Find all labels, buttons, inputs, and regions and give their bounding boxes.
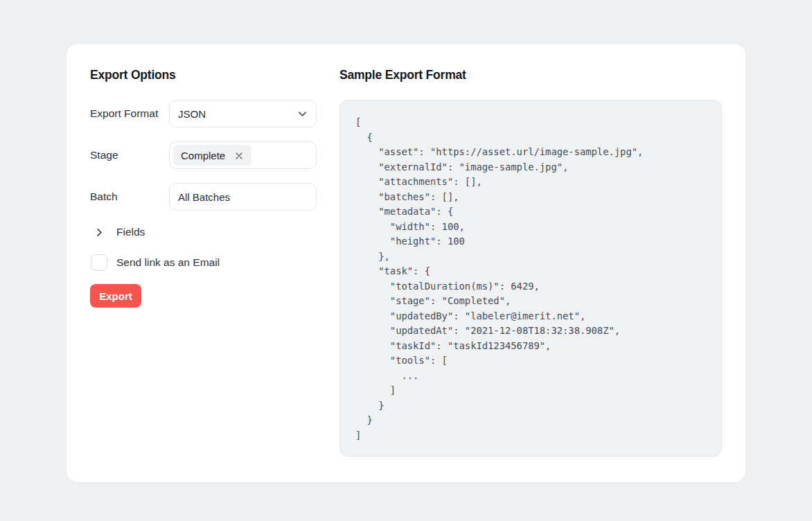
batch-input[interactable]: All Batches xyxy=(169,183,317,211)
export-format-row: Export Format JSON xyxy=(90,100,317,127)
send-email-checkbox[interactable] xyxy=(91,254,107,271)
export-format-select[interactable]: JSON xyxy=(169,100,317,127)
sample-format-title: Sample Export Format xyxy=(339,68,722,82)
batch-row: Batch All Batches xyxy=(90,183,317,211)
stage-tag-label: Complete xyxy=(181,150,225,161)
batch-label: Batch xyxy=(90,191,169,203)
sample-code-panel: [ { "asset": "https://asset.url/image-sa… xyxy=(339,100,722,457)
sample-format-pane: Sample Export Format [ { "asset": "https… xyxy=(339,68,722,457)
export-format-label: Export Format xyxy=(90,107,169,120)
stage-tag-chip: Complete xyxy=(173,145,251,166)
send-email-option[interactable]: Send link as an Email xyxy=(90,254,317,271)
chevron-down-icon xyxy=(297,109,308,119)
stage-input[interactable]: Complete xyxy=(169,141,317,169)
stage-label: Stage xyxy=(90,149,169,161)
fields-expander[interactable]: Fields xyxy=(90,224,317,240)
sample-code-block: [ { "asset": "https://asset.url/image-sa… xyxy=(340,100,721,457)
stage-row: Stage Complete xyxy=(90,141,317,169)
chevron-right-icon xyxy=(94,227,105,238)
close-icon[interactable] xyxy=(234,151,244,161)
fields-label: Fields xyxy=(116,226,145,238)
export-button[interactable]: Export xyxy=(90,284,141,308)
batch-value: All Batches xyxy=(178,191,230,203)
export-options-title: Export Options xyxy=(90,68,317,82)
export-format-value: JSON xyxy=(178,108,206,120)
send-email-label: Send link as an Email xyxy=(116,256,220,269)
export-options-pane: Export Options Export Format JSON Stage … xyxy=(90,68,317,457)
export-dialog: Export Options Export Format JSON Stage … xyxy=(67,44,745,482)
